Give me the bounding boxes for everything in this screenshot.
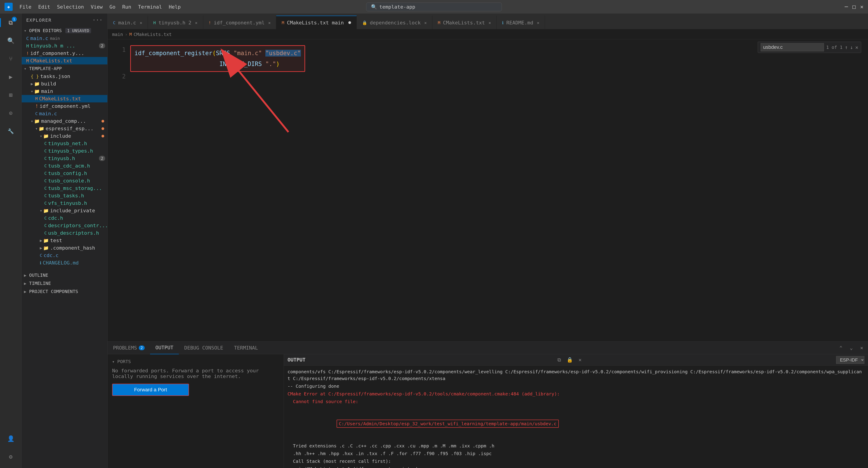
find-widget[interactable]: 1 of 1 ↑ ↓ ✕ [758, 41, 861, 53]
open-editor-idf-component[interactable]: ! idf_component.y... [22, 50, 107, 57]
espressif-esp[interactable]: ▾ 📁 espressif_esp... [22, 125, 107, 132]
menu-edit[interactable]: Edit [38, 4, 50, 10]
tab-close-cmake2[interactable]: ✕ [489, 20, 491, 25]
close-button[interactable]: ✕ [860, 4, 864, 10]
cmakelists-main[interactable]: M CMakeLists.txt [22, 95, 107, 102]
activity-source-control[interactable]: ⑂ [4, 52, 18, 66]
project-components-section[interactable]: ▶ PROJECT COMPONENTS [22, 287, 107, 295]
find-prev-icon[interactable]: ↑ [845, 44, 848, 50]
find-next-icon[interactable]: ↓ [850, 44, 853, 50]
output-body[interactable]: components/vfs C:/Espressif/frameworks/e… [284, 366, 868, 468]
menu-help[interactable]: Help [168, 4, 181, 10]
vfs-tinyusb-h[interactable]: C vfs_tinyusb.h [22, 199, 107, 207]
changelog-md[interactable]: ℹ CHANGELOG.md [22, 259, 107, 267]
tab-close-readme[interactable]: ✕ [537, 20, 539, 25]
activity-remote[interactable]: ⊙ [4, 106, 18, 120]
tusb-msc-storag-h[interactable]: C tusb_msc_storag... [22, 185, 107, 192]
menu-run[interactable]: Run [122, 4, 131, 10]
activity-settings[interactable]: ⚙ [4, 450, 18, 464]
tusb-console-h[interactable]: C tusb_console.h [22, 177, 107, 185]
tab-readme[interactable]: ℹ README.md ✕ [497, 15, 545, 29]
include-private-folder[interactable]: ▾ 📁 include_private [22, 207, 107, 214]
panel-tab-debug-console[interactable]: DEBUG CONSOLE [179, 342, 228, 354]
find-close-icon[interactable]: ✕ [855, 44, 858, 50]
tab-close-main-c[interactable]: ✕ [140, 20, 142, 25]
panel-tab-problems[interactable]: PROBLEMS 2 [107, 342, 150, 354]
problems-label: PROBLEMS [113, 345, 137, 351]
tab-label: dependencies.lock [370, 20, 421, 26]
usb-descriptors-h[interactable]: C usb_descriptors.h [22, 229, 107, 237]
menu-view[interactable]: View [91, 4, 103, 10]
open-editor-tinyusb[interactable]: H tinyusb.h m ... 2 [22, 42, 107, 50]
menu-file[interactable]: File [20, 4, 31, 10]
build-folder[interactable]: ▶ 📁 build [22, 80, 107, 88]
breadcrumb-main[interactable]: main [112, 32, 123, 37]
timeline-section[interactable]: ▶ TIMELINE [22, 279, 107, 287]
tasks-json[interactable]: { } tasks.json [22, 72, 107, 80]
file-label: idf_component.yml [39, 103, 90, 109]
tab-cmakelists[interactable]: M CMakeLists.txt main [276, 15, 357, 29]
maximize-button[interactable]: □ [852, 4, 856, 10]
managed-comp[interactable]: ▾ 📁 managed_comp... [22, 117, 107, 125]
panel-close-icon[interactable]: ✕ [858, 344, 866, 352]
menu-selection[interactable]: Selection [57, 4, 84, 10]
tinyusb-h[interactable]: C tinyusb.h 2 [22, 155, 107, 162]
activity-esp-idf[interactable]: 🔧 [4, 124, 18, 138]
menu-go[interactable]: Go [110, 4, 116, 10]
file-label: managed_comp... [41, 118, 86, 124]
breadcrumb-cmakelists[interactable]: CMakeLists.txt [133, 32, 172, 37]
main-folder[interactable]: ▾ 📁 main [22, 88, 107, 95]
tab-close-dependencies[interactable]: ✕ [424, 20, 427, 25]
cdc-h[interactable]: C cdc.h [22, 214, 107, 222]
activity-run-debug[interactable]: ▶ [4, 70, 18, 84]
code-editor[interactable]: 1 idf_component_register(SRCS "main.c" "… [107, 39, 868, 341]
output-source-select[interactable]: ESP-IDF [836, 356, 864, 364]
tab-close-tinyusb[interactable]: ✕ [195, 20, 197, 25]
search-icon: 🔍 [371, 4, 377, 10]
open-editor-main-c[interactable]: C main.c main [22, 35, 107, 42]
tab-dependencies[interactable]: 🔒 dependencies.lock ✕ [357, 15, 432, 29]
main-c[interactable]: C main.c [22, 110, 107, 117]
open-editors-section[interactable]: ▾ OPEN EDITORS 1 unsaved [22, 27, 107, 35]
test-folder[interactable]: ▶ 📁 test [22, 237, 107, 244]
activity-extensions[interactable]: ⊞ [4, 88, 18, 102]
file-label: espressif_esp... [46, 126, 94, 131]
minimize-button[interactable]: ─ [845, 4, 848, 10]
panel-tab-terminal[interactable]: TERMINAL [228, 342, 264, 354]
panel-tab-output[interactable]: OUTPUT [150, 342, 179, 354]
descriptors-contr-h[interactable]: C descriptors_contr... [22, 222, 107, 229]
debug-console-label: DEBUG CONSOLE [184, 345, 223, 351]
tab-cmakelists-2[interactable]: M CMakeLists.txt ✕ [432, 15, 497, 29]
title-search[interactable]: 🔍 template-app [366, 2, 502, 11]
component-hash[interactable]: ▶ 📁 .component_hash [22, 244, 107, 252]
tab-main-c[interactable]: C main.c ✕ [107, 15, 148, 29]
panel-chevron-up[interactable]: ⌃ [837, 344, 845, 352]
forward-port-button[interactable]: Forward a Port [112, 384, 189, 396]
activity-account[interactable]: 👤 [4, 432, 18, 445]
include-folder[interactable]: ▾ 📁 include [22, 132, 107, 140]
output-copy-icon[interactable]: ⧉ [555, 356, 563, 364]
cdc-c[interactable]: C cdc.c [22, 252, 107, 259]
activity-search[interactable]: 🔍 [4, 34, 18, 48]
menu-terminal[interactable]: Terminal [138, 4, 162, 10]
tusb-config-h[interactable]: C tusb_config.h [22, 169, 107, 177]
outline-section[interactable]: ▶ OUTLINE [22, 271, 107, 279]
tab-idf-component[interactable]: ! idf_component.yml ✕ [203, 15, 276, 29]
activity-explorer[interactable]: ⧉ 1 [4, 16, 18, 29]
panel-chevron-down[interactable]: ⌄ [847, 344, 855, 352]
output-line: Tried extensions .c .C .c++ .cc .cpp .cx… [287, 442, 864, 450]
find-input[interactable] [761, 43, 824, 51]
tab-tinyusb-h[interactable]: H tinyusb.h 2 ✕ [148, 15, 203, 29]
output-lock-icon[interactable]: 🔒 [565, 356, 574, 364]
tinyusb-net-h[interactable]: C tinyusb_net.h [22, 140, 107, 147]
tusb-cdc-acm-h[interactable]: C tusb_cdc_acm.h [22, 162, 107, 169]
tab-close-idf[interactable]: ✕ [268, 20, 271, 25]
tusb-tasks-h[interactable]: C tusb_tasks.h [22, 192, 107, 199]
open-editor-cmakelists[interactable]: M CMakeLists.txt [22, 57, 107, 64]
sidebar-more-options[interactable]: ··· [92, 17, 103, 23]
tinyusb-types-h[interactable]: C tinyusb_types.h [22, 147, 107, 155]
file-label: tusb_cdc_acm.h [48, 163, 90, 169]
output-close-icon[interactable]: ✕ [576, 356, 584, 364]
template-app-section[interactable]: ▾ TEMPLATE-APP [22, 64, 107, 72]
idf-component-yml[interactable]: ! idf_component.yml [22, 102, 107, 110]
